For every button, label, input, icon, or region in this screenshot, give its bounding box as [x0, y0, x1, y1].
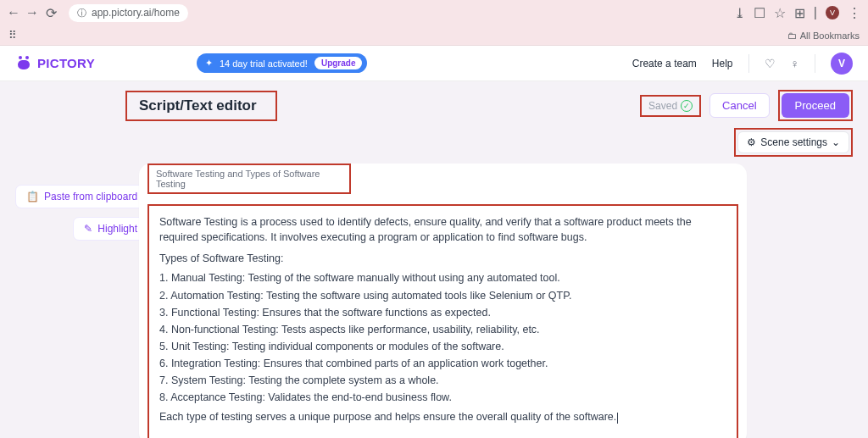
chevron-down-icon: ⌄	[832, 136, 840, 148]
list-item: 2. Automation Testing: Testing the softw…	[159, 288, 726, 303]
list-item: 1. Manual Testing: Testing of the softwa…	[159, 270, 726, 286]
highlight-button[interactable]: ✎ Highlight	[73, 217, 148, 241]
all-bookmarks[interactable]: 🗀 All Bookmarks	[787, 30, 860, 41]
translate-icon[interactable]: ☐	[754, 5, 765, 21]
app-header: PICTORY ✦ 14 day trial activated! Upgrad…	[0, 46, 868, 81]
list-item: 6. Integration Testing: Ensures that com…	[159, 356, 726, 371]
list-item: 4. Non-functional Testing: Tests aspects…	[159, 322, 726, 337]
extensions-icon[interactable]: ⊞	[794, 5, 805, 21]
apps-icon[interactable]: ⠿	[8, 29, 17, 42]
scene-settings-label: Scene settings	[760, 136, 827, 148]
bell-icon[interactable]: ♡	[765, 57, 776, 70]
site-info-icon: ⓘ	[77, 7, 86, 19]
logo-icon	[15, 55, 32, 72]
saved-indicator: Saved ✓	[640, 95, 701, 117]
cancel-button[interactable]: Cancel	[709, 93, 769, 118]
menu-icon[interactable]: ⋮	[848, 5, 861, 21]
brand-logo[interactable]: PICTORY	[15, 55, 95, 72]
divider	[748, 54, 749, 73]
paragraph: Software Testing is a process used to id…	[159, 214, 726, 245]
trial-banner: ✦ 14 day trial activated! Upgrade	[197, 53, 368, 73]
browser-toolbar: ← → ⟳ ⓘ app.pictory.ai/home ⤓ ☐ ☆ ⊞ | V …	[0, 0, 868, 25]
trial-text: 14 day trial activated!	[220, 58, 308, 69]
paragraph: Types of Software Testing:	[159, 251, 726, 266]
script-body[interactable]: Software Testing is a process used to id…	[147, 204, 738, 438]
list-item: 8. Acceptance Testing: Validates the end…	[159, 390, 726, 405]
profile-icon[interactable]: V	[826, 6, 839, 19]
lightbulb-icon[interactable]: ♀	[791, 57, 800, 70]
list-item: 3. Functional Testing: Ensures that the …	[159, 305, 726, 320]
help-link[interactable]: Help	[712, 58, 733, 69]
user-avatar[interactable]: V	[831, 53, 853, 75]
back-icon[interactable]: ←	[7, 5, 20, 20]
paragraph: Each type of testing serves a unique pur…	[159, 409, 726, 424]
proceed-button[interactable]: Proceed	[782, 93, 849, 118]
star-icon[interactable]: ☆	[774, 5, 786, 21]
sparkle-icon: ✦	[205, 58, 213, 69]
highlight-icon: ✎	[84, 223, 92, 235]
brand-text: PICTORY	[37, 56, 95, 70]
create-team-link[interactable]: Create a team	[632, 58, 697, 69]
url-text: app.pictory.ai/home	[92, 7, 180, 19]
bookmarks-bar: ⠿ 🗀 All Bookmarks	[0, 25, 868, 46]
install-icon[interactable]: ⤓	[734, 5, 745, 21]
scene-settings-button[interactable]: ⚙ Scene settings ⌄	[737, 131, 849, 153]
folder-icon: 🗀	[787, 30, 797, 41]
text-cursor	[617, 413, 618, 424]
upgrade-button[interactable]: Upgrade	[314, 57, 363, 69]
page-title: Script/Text editor	[125, 91, 277, 121]
check-icon: ✓	[681, 100, 693, 112]
gear-icon: ⚙	[747, 136, 756, 148]
address-bar[interactable]: ⓘ app.pictory.ai/home	[69, 4, 188, 22]
reload-icon[interactable]: ⟳	[46, 5, 57, 21]
editor-card: Software Testing and Types of Software T…	[139, 164, 747, 438]
document-title-input[interactable]: Software Testing and Types of Software T…	[156, 169, 342, 189]
list-item: 5. Unit Testing: Testing individual comp…	[159, 339, 726, 354]
divider	[815, 54, 815, 73]
list-item: 7. System Testing: Testing the complete …	[159, 373, 726, 388]
divider: |	[814, 5, 817, 20]
forward-icon[interactable]: →	[25, 5, 39, 20]
clipboard-icon: 📋	[26, 191, 39, 202]
saved-label: Saved	[648, 100, 677, 112]
paste-clipboard-button[interactable]: 📋 Paste from clipboard	[15, 185, 148, 208]
